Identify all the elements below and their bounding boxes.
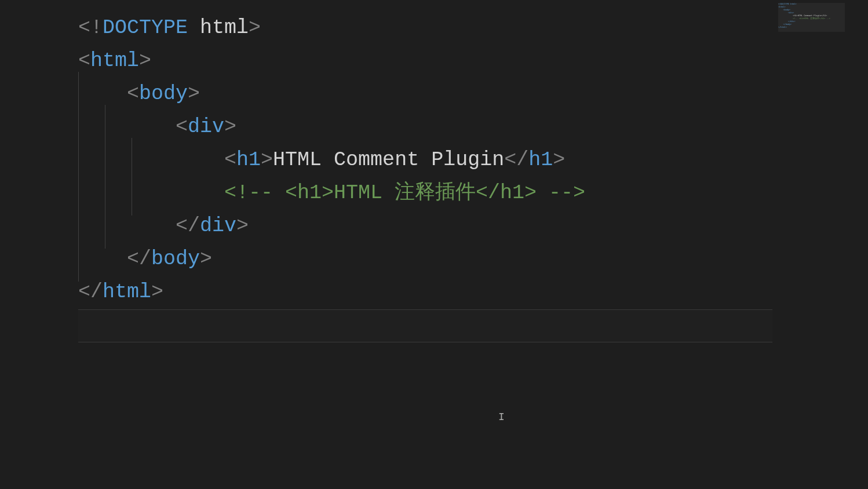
punctuation: </ [504,148,528,171]
punctuation: > [224,115,236,138]
punctuation: > [139,49,151,72]
indent [78,177,224,210]
code-line[interactable]: <!-- <h1>HTML 注释插件</h1> --> [78,177,868,210]
punctuation: > [553,148,565,171]
minimap-viewport[interactable] [778,3,845,32]
punctuation: > [200,247,212,271]
tag-name: body [151,247,200,271]
punctuation: > [188,82,200,105]
punctuation: </ [127,247,151,271]
text-content: HTML Comment Plugin [273,148,504,171]
tag-name: body [139,82,188,105]
tag-name: h1 [528,148,553,171]
code-line[interactable]: <div> [78,111,868,144]
punctuation: < [176,115,188,138]
punctuation: > [236,214,249,238]
space [188,16,200,39]
code-line[interactable]: <h1>HTML Comment Plugin</h1> [78,144,868,177]
punctuation: < [224,148,236,171]
comment: <!-- <h1>HTML 注释插件</h1> --> [224,181,585,205]
indent [78,210,176,243]
tag-name: html [103,280,151,304]
doctype-keyword: DOCTYPE [103,16,188,39]
code-line[interactable]: </body> [78,243,868,276]
punctuation: </ [176,214,200,238]
code-line[interactable]: <body> [78,78,868,111]
punctuation: > [151,280,163,304]
code-line[interactable]: </html> [78,276,868,309]
tag-name: div [200,214,236,238]
punctuation: <! [78,16,103,39]
code-line[interactable]: <!DOCTYPE html> [78,12,868,45]
code-line[interactable]: <html> [78,45,868,78]
punctuation: < [127,82,139,105]
punctuation: < [78,49,90,72]
code-line[interactable]: </div> [78,210,868,243]
doctype-value: html [200,16,249,39]
punctuation: </ [78,280,103,304]
indent [78,111,176,144]
tag-name: html [90,49,139,72]
code-editor[interactable]: <!DOCTYPE html> <html> <body> <div> <h1>… [0,0,868,489]
indent [78,144,224,177]
text-cursor-icon: I [498,411,499,424]
indent [78,243,127,276]
tag-name: div [188,115,224,138]
tag-name: h1 [236,148,261,171]
punctuation: > [249,16,261,39]
indent [78,78,127,111]
minimap[interactable]: <!DOCTYPE html> <html> <body> <div> <h1>… [778,3,845,72]
punctuation: > [261,148,273,171]
